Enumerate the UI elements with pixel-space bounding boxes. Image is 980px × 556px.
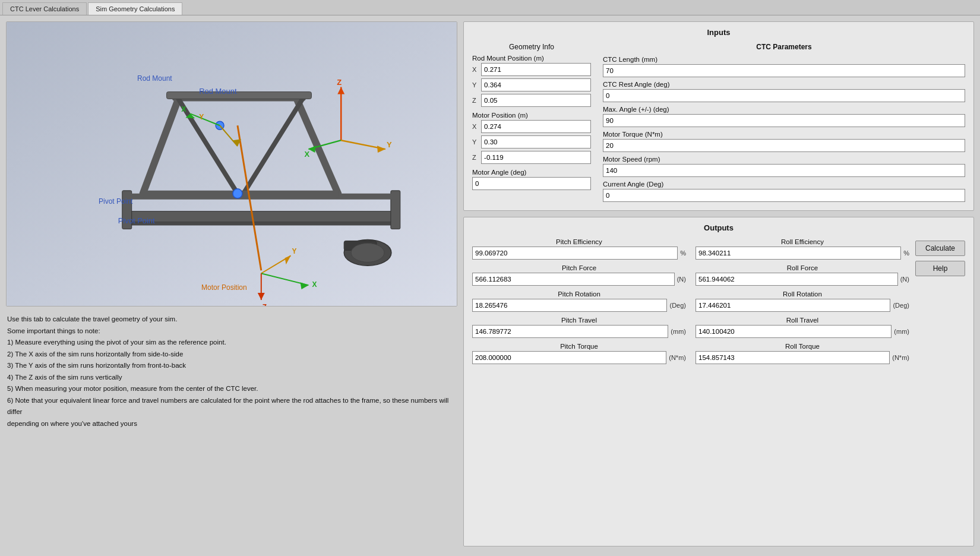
desc-line9: depending on where you've attached yours <box>7 418 456 430</box>
svg-point-29 <box>233 189 242 198</box>
svg-rect-19 <box>391 191 400 229</box>
roll-rotation-unit: (Deg) <box>893 302 909 309</box>
svg-rect-17 <box>125 222 397 226</box>
roll-rotation-row: (Deg) <box>696 299 909 312</box>
pitch-torque-input[interactable] <box>472 351 666 364</box>
svg-line-22 <box>297 99 339 193</box>
roll-rotation-item: Roll Rotation (Deg) <box>696 290 909 312</box>
svg-text:Y: Y <box>199 113 204 121</box>
svg-rect-12 <box>18 249 66 254</box>
roll-torque-input[interactable] <box>696 351 890 364</box>
motor-speed-label: Motor Speed (rpm) <box>603 156 965 163</box>
svg-line-21 <box>143 99 179 193</box>
motor-angle-group: Motor Angle (deg) <box>472 169 591 190</box>
desc-line8: 6) Note that your equivalent linear forc… <box>7 395 456 418</box>
inputs-box: Inputs Geometry Info Rod Mount Position … <box>463 21 974 211</box>
svg-rect-32 <box>344 241 377 250</box>
svg-rect-2 <box>78 58 108 75</box>
ctc-rest-angle-label: CTC Rest Angle (deg) <box>603 81 965 88</box>
motor-angle-label: Motor Angle (deg) <box>472 169 591 176</box>
current-angle-input[interactable] <box>603 189 965 202</box>
help-button[interactable]: Help <box>915 261 965 276</box>
main-content: CTC Rest Angle Motor Angle <box>0 15 980 552</box>
svg-point-30 <box>216 121 224 129</box>
motor-angle-label: Motor Angle <box>17 222 52 229</box>
svg-marker-46 <box>285 255 291 264</box>
svg-text:X: X <box>181 105 186 113</box>
pitch-rotation-input[interactable] <box>472 299 667 312</box>
rod-mount-y-input[interactable] <box>481 78 591 91</box>
desc-line4: 2) The X axis of the sim runs horizontal… <box>7 349 456 361</box>
roll-force-input[interactable] <box>696 273 898 286</box>
svg-point-7 <box>43 60 53 70</box>
roll-force-row: (N) <box>696 273 909 286</box>
pitch-travel-input[interactable] <box>472 325 668 338</box>
pitch-efficiency-label: Pitch Efficiency <box>472 238 686 245</box>
pitch-efficiency-input[interactable] <box>472 247 678 260</box>
rod-mount-x-input[interactable] <box>481 63 591 76</box>
motor-y-input[interactable] <box>481 135 591 149</box>
max-angle-input[interactable] <box>603 114 965 127</box>
calculate-button[interactable]: Calculate <box>915 241 965 256</box>
pitch-efficiency-unit: % <box>680 249 686 257</box>
rod-mount-y-row: Y <box>472 78 591 91</box>
rod-mount-position-group: Rod Mount Position (m) X Y Z <box>472 55 591 107</box>
roll-efficiency-input[interactable] <box>696 247 901 260</box>
motor-x-axis: X <box>472 123 479 130</box>
svg-text:X: X <box>304 150 309 159</box>
pitch-rotation-item: Pitch Rotation (Deg) <box>472 290 686 312</box>
desc-line7: 5) When measuring your motor position, m… <box>7 383 456 395</box>
motor-z-input[interactable] <box>481 151 591 164</box>
motor-y-axis: Y <box>472 138 479 146</box>
roll-force-item: Roll Force (N) <box>696 264 909 286</box>
svg-point-33 <box>351 243 384 262</box>
roll-efficiency-label: Roll Efficiency <box>696 238 909 245</box>
pitch-torque-unit: (N*m) <box>669 354 686 361</box>
roll-travel-item: Roll Travel (mm) <box>696 317 909 338</box>
rod-mount-position-label: Rod Mount Position (m) <box>472 55 591 62</box>
svg-text:Z: Z <box>337 78 342 87</box>
pitch-travel-row: (mm) <box>472 325 686 338</box>
ctc-length-label: CTC Length (mm) <box>603 56 965 63</box>
pitch-rotation-row: (Deg) <box>472 299 686 312</box>
ctc-length-input[interactable] <box>603 64 965 77</box>
roll-force-label: Roll Force <box>696 264 909 271</box>
motor-position-label: Motor Position (m) <box>472 112 591 119</box>
motor-angle-input[interactable] <box>472 177 591 190</box>
rod-mount-z-input[interactable] <box>481 94 591 107</box>
sim-image-container: CTC Rest Angle Motor Angle <box>6 21 457 307</box>
roll-rotation-input[interactable] <box>696 299 890 312</box>
svg-line-25 <box>244 99 303 193</box>
svg-line-45 <box>261 255 291 273</box>
tab-ctc[interactable]: CTC Lever Calculations <box>2 2 87 15</box>
ctc-length-item: CTC Length (mm) <box>603 56 965 77</box>
motor-speed-input[interactable] <box>603 164 965 177</box>
svg-line-35 <box>190 113 220 125</box>
motor-x-input[interactable] <box>481 120 591 133</box>
inset-ctc-rest-angle <box>11 27 130 101</box>
motor-torque-input[interactable] <box>603 139 965 152</box>
pitch-travel-unit: (mm) <box>671 328 686 335</box>
roll-force-unit: (N) <box>900 276 909 283</box>
ctc-rest-angle-input[interactable] <box>603 89 965 102</box>
svg-marker-38 <box>233 139 241 146</box>
right-panel: Inputs Geometry Info Rod Mount Position … <box>463 21 974 546</box>
left-panel: CTC Rest Angle Motor Angle <box>6 21 457 546</box>
tab-sim[interactable]: Sim Geometry Calculations <box>88 2 182 15</box>
pitch-force-input[interactable] <box>472 273 675 286</box>
svg-marker-40 <box>337 87 344 94</box>
roll-travel-input[interactable] <box>696 325 892 338</box>
geo-info-label: Geometry Info <box>472 43 591 51</box>
outputs-title: Outputs <box>472 223 965 232</box>
roll-travel-row: (mm) <box>696 325 909 338</box>
svg-marker-44 <box>377 146 385 153</box>
tabs-bar: CTC Lever Calculations Sim Geometry Calc… <box>0 0 980 15</box>
pitch-force-row: (N) <box>472 273 686 286</box>
pitch-rotation-label: Pitch Rotation <box>472 290 686 298</box>
pitch-efficiency-item: Pitch Efficiency % <box>472 238 686 260</box>
roll-torque-row: (N*m) <box>696 351 909 364</box>
rod-mount-z-axis: Z <box>472 97 479 104</box>
svg-line-47 <box>261 273 309 285</box>
ctc-rest-angle-item: CTC Rest Angle (deg) <box>603 81 965 102</box>
svg-marker-50 <box>258 293 265 300</box>
